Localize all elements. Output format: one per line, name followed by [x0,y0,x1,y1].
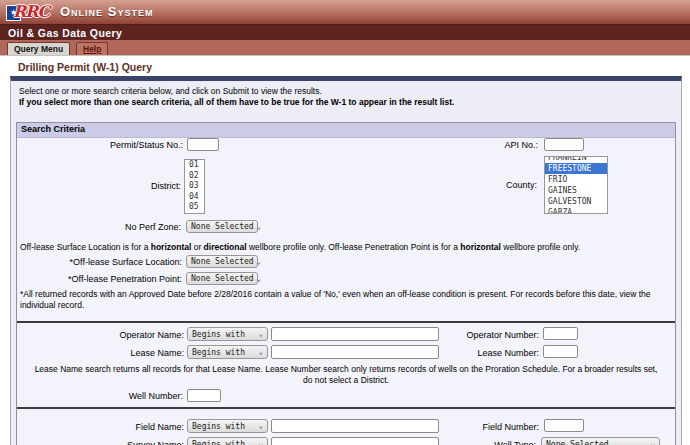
offlease-surface-select[interactable]: None Selected ⌄ [186,255,258,268]
operator-number-input[interactable] [543,327,578,340]
field-name-match-value: Begins with [192,422,245,431]
well-type-select[interactable]: None Selected ⌄ [541,437,660,445]
field-name-match-select[interactable]: Begins with ⌄ [187,419,268,433]
chevron-down-icon: ⌄ [257,258,261,266]
county-option[interactable]: GAINES [545,185,607,196]
no-perf-zone-select[interactable]: None Selected ⌄ [186,220,258,233]
district-option[interactable]: 02 [185,171,204,182]
approved-date-note: *All returned records with an Approved D… [20,289,670,311]
api-number-label: API No.: [397,139,538,151]
lease-search-note: Lease Name search returns all records fo… [29,364,663,386]
survey-name-label: Survey Name: [17,439,184,445]
chevron-down-icon: ⌄ [259,440,263,445]
district-option[interactable]: 05 [185,202,204,213]
instructions-line1: Select one or more search criteria below… [19,86,322,97]
search-criteria-box: Search Criteria Permit/Status No.: API N… [16,122,676,445]
county-option[interactable]: GARZA [545,207,607,214]
survey-name-match-select[interactable]: Begins with ⌄ [187,437,268,445]
lease-number-input[interactable] [543,345,578,358]
operator-name-label: Operator Name: [17,329,184,341]
system-title: Online System [60,4,153,19]
chevron-down-icon: ⌄ [257,275,261,283]
district-option[interactable]: 04 [185,192,204,203]
query-panel: Select one or more search criteria below… [10,76,682,445]
chevron-down-icon: ⌄ [259,330,263,338]
operator-name-match-value: Begins with [192,330,245,339]
offlease-surface-value: None Selected [191,257,254,266]
survey-name-match-value: Begins with [192,440,245,445]
field-number-label: Field Number: [367,421,539,433]
offlease-note: Off-lease Surface Location is for a hori… [20,242,580,253]
operator-number-label: Operator Number: [367,329,539,341]
offlease-penetration-value: None Selected [191,274,254,283]
well-type-label: Well Type: [367,439,536,445]
chevron-down-icon: ⌄ [651,440,655,445]
offlease-penetration-select[interactable]: None Selected ⌄ [186,272,258,285]
permit-status-input[interactable] [187,138,219,151]
district-option[interactable]: 03 [185,181,204,192]
district-label: District: [17,180,181,192]
lease-number-label: Lease Number: [367,347,539,359]
app-bar: Oil & Gas Data Query [0,25,690,40]
county-label: County: [397,179,537,191]
county-listbox[interactable]: FRANKLIN FREESTONE FRIO GAINES GALVESTON… [544,156,608,214]
no-perf-zone-label: No Perf Zone: [17,221,181,233]
chevron-down-icon: ⌄ [257,223,261,231]
field-name-label: Field Name: [17,421,184,433]
well-number-input[interactable] [187,389,221,402]
district-option[interactable]: 01 [185,160,204,171]
rrc-logo-text: RRC [13,2,49,22]
lease-name-label: Lease Name: [17,347,184,359]
chevron-down-icon: ⌄ [259,348,263,356]
well-number-label: Well Number: [17,390,183,402]
operator-name-match-select[interactable]: Begins with ⌄ [187,327,268,341]
search-criteria-header: Search Criteria [17,123,675,138]
rrc-logo: ★ RRC [6,2,54,22]
field-number-input[interactable] [544,419,584,432]
district-listbox[interactable]: 01 02 03 04 05 [184,159,205,214]
app-bar-title: Oil & Gas Data Query [8,26,122,40]
permit-status-label: Permit/Status No.: [17,139,183,151]
tab-help[interactable]: Help [76,42,108,55]
lease-name-match-select[interactable]: Begins with ⌄ [187,345,268,359]
chevron-down-icon: ⌄ [259,422,263,430]
county-option[interactable]: FRIO [545,174,607,185]
top-banner: ★ RRC Online System [0,0,690,25]
section-divider [17,321,675,323]
county-option-selected[interactable]: FREESTONE [545,163,607,174]
api-number-input[interactable] [544,138,584,151]
tab-query-menu[interactable]: Query Menu [7,42,70,55]
rrc-online-system-page: ★ RRC Online System Oil & Gas Data Query… [0,0,690,445]
tab-bar: Query Menu Help [0,40,690,56]
section-divider [17,407,675,409]
county-option[interactable]: GALVESTON [545,196,607,207]
offlease-penetration-label: *Off-lease Penetration Point: [17,273,182,285]
no-perf-zone-value: None Selected [191,222,254,231]
offlease-surface-label: *Off-lease Surface Location: [17,256,182,268]
lease-name-match-value: Begins with [192,348,245,357]
page-title: Drilling Permit (W-1) Query [18,61,152,73]
instructions-line2: If you select more than one search crite… [19,97,454,108]
well-type-value: None Selected [546,440,609,445]
county-option[interactable]: FRANKLIN [545,156,607,163]
